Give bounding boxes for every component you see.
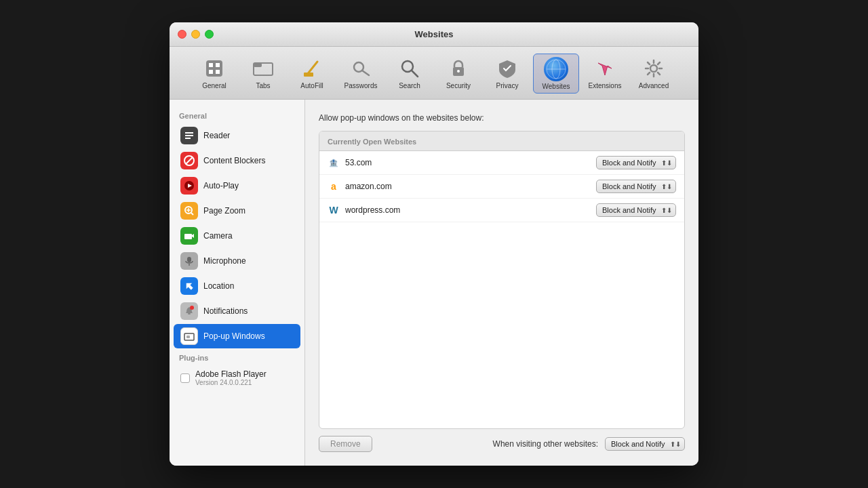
favicon-amazon: a — [328, 180, 340, 192]
websites-box: Currently Open Websites 🏦 53.com Block a… — [319, 131, 685, 429]
tabs-label: Tabs — [256, 82, 270, 89]
sidebar-item-microphone[interactable]: Microphone — [174, 249, 300, 273]
other-websites-select[interactable]: Block and Notify Block Allow — [605, 437, 685, 451]
toolbar-item-search[interactable]: Search — [387, 54, 433, 94]
sidebar-item-location[interactable]: Location — [174, 274, 300, 298]
location-icon — [180, 277, 198, 295]
location-label: Location — [203, 281, 234, 291]
maximize-button[interactable] — [205, 30, 214, 39]
tabs-icon — [251, 56, 275, 81]
svg-rect-0 — [206, 60, 222, 77]
sidebar-item-reader[interactable]: Reader — [174, 123, 300, 148]
svg-point-13 — [457, 70, 460, 73]
website-row-amazon[interactable]: a amazon.com Block and Notify Block Allo… — [319, 175, 684, 199]
svg-point-17 — [650, 65, 657, 72]
autofill-label: AutoFill — [300, 82, 323, 89]
website-name-wordpress: wordpress.com — [345, 205, 596, 215]
remove-button[interactable]: Remove — [319, 436, 372, 452]
reader-label: Reader — [203, 131, 230, 140]
svg-rect-29 — [184, 234, 192, 239]
sidebar-item-page-zoom[interactable]: Page Zoom — [174, 199, 300, 223]
toolbar-item-tabs[interactable]: Tabs — [240, 54, 286, 94]
select-wrapper-amazon: Block and Notify Block Allow ⬆⬇ — [596, 180, 676, 193]
svg-rect-2 — [216, 63, 220, 67]
notifications-label: Notifications — [203, 306, 248, 316]
svg-line-26 — [191, 213, 193, 215]
website-select-53com[interactable]: Block and Notify Block Allow — [596, 156, 676, 169]
reader-icon — [180, 127, 198, 144]
flash-name: Adobe Flash Player — [195, 369, 267, 379]
traffic-lights — [178, 30, 214, 39]
content-area: General Reader Content Blockers Auto-Pla… — [170, 100, 698, 466]
svg-rect-36 — [186, 336, 190, 338]
websites-label: Websites — [542, 83, 570, 90]
bottom-bar: Remove When visiting other websites: Blo… — [319, 436, 685, 452]
currently-open-label: Currently Open Websites — [328, 138, 416, 146]
website-row-53com[interactable]: 🏦 53.com Block and Notify Block Allow ⬆⬇ — [319, 151, 684, 175]
content-blockers-label: Content Blockers — [203, 156, 265, 165]
website-row-wordpress[interactable]: W wordpress.com Block and Notify Block A… — [319, 199, 684, 222]
toolbar-item-autofill[interactable]: AutoFill — [289, 54, 335, 94]
main-window: Websites General Tabs AutoFill Password — [170, 22, 698, 466]
main-panel: Allow pop-up windows on the websites bel… — [305, 100, 698, 466]
svg-marker-30 — [192, 234, 194, 238]
camera-label: Camera — [203, 231, 233, 241]
flash-version: Version 24.0.0.221 — [195, 379, 267, 386]
svg-rect-19 — [185, 135, 193, 136]
sidebar-item-notifications[interactable]: Notifications — [174, 299, 300, 323]
svg-rect-20 — [185, 138, 191, 139]
toolbar-item-websites[interactable]: Websites — [533, 54, 579, 94]
select-wrapper-53com: Block and Notify Block Allow ⬆⬇ — [596, 156, 676, 169]
select-wrapper-wordpress: Block and Notify Block Allow ⬆⬇ — [596, 203, 676, 217]
sidebar-item-auto-play[interactable]: Auto-Play — [174, 174, 300, 198]
favicon-wordpress: W — [328, 204, 340, 216]
extensions-label: Extensions — [589, 82, 622, 89]
toolbar-item-privacy[interactable]: Privacy — [484, 54, 530, 94]
extensions-icon — [593, 56, 617, 81]
popup-windows-label: Pop-up Windows — [203, 331, 265, 341]
websites-list: 🏦 53.com Block and Notify Block Allow ⬆⬇ — [319, 151, 684, 428]
passwords-icon — [349, 56, 373, 81]
close-button[interactable] — [178, 30, 186, 39]
passwords-label: Passwords — [344, 82, 378, 89]
general-label: General — [202, 82, 226, 89]
toolbar-item-general[interactable]: General — [191, 54, 237, 94]
sidebar-item-popup-windows[interactable]: Pop-up Windows — [174, 324, 300, 348]
content-blockers-icon — [180, 152, 198, 169]
security-label: Security — [446, 82, 471, 89]
minimize-button[interactable] — [191, 30, 200, 39]
website-select-amazon[interactable]: Block and Notify Block Allow — [596, 180, 676, 193]
general-group-label: General — [170, 109, 304, 123]
privacy-icon — [495, 56, 519, 81]
toolbar-item-security[interactable]: Security — [435, 54, 481, 94]
flash-player-item: Adobe Flash Player Version 24.0.0.221 — [174, 365, 300, 390]
page-zoom-icon — [180, 202, 198, 220]
svg-line-22 — [186, 157, 193, 164]
autofill-icon — [300, 56, 324, 81]
flash-info: Adobe Flash Player Version 24.0.0.221 — [195, 369, 267, 386]
svg-rect-4 — [216, 70, 220, 74]
website-name-53com: 53.com — [345, 158, 596, 167]
advanced-icon — [642, 56, 666, 81]
toolbar-item-extensions[interactable]: Extensions — [582, 54, 628, 94]
svg-point-34 — [190, 306, 194, 310]
window-title: Websites — [415, 29, 454, 39]
search-label: Search — [399, 82, 420, 89]
other-websites-label: When visiting other websites: — [493, 439, 598, 449]
toolbar-item-advanced[interactable]: Advanced — [631, 54, 677, 94]
page-zoom-label: Page Zoom — [203, 206, 245, 216]
popup-icon — [180, 327, 198, 345]
main-description: Allow pop-up windows on the websites bel… — [319, 113, 685, 123]
svg-rect-7 — [304, 73, 313, 77]
privacy-label: Privacy — [496, 82, 519, 89]
toolbar-item-passwords[interactable]: Passwords — [338, 54, 384, 94]
sidebar-item-camera[interactable]: Camera — [174, 224, 300, 248]
auto-play-label: Auto-Play — [203, 181, 239, 190]
website-select-wordpress[interactable]: Block and Notify Block Allow — [596, 203, 676, 217]
security-icon — [446, 56, 471, 81]
flash-checkbox[interactable] — [180, 373, 190, 383]
sidebar-item-content-blockers[interactable]: Content Blockers — [174, 148, 300, 173]
svg-rect-18 — [185, 132, 193, 134]
other-websites-select-wrapper: Block and Notify Block Allow ⬆⬇ — [605, 437, 685, 451]
favicon-53com: 🏦 — [328, 157, 340, 169]
